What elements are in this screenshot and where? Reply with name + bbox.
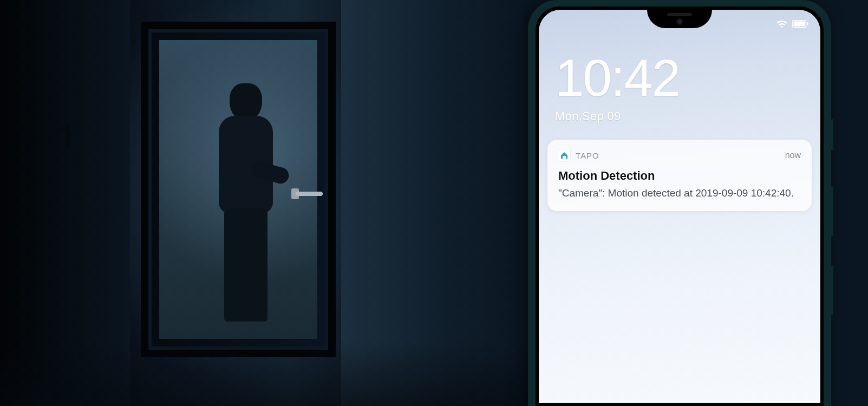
floor-shadow [0,341,528,406]
lockscreen-clock: 10:42 Mon,Sep 09 [555,52,680,123]
phone-speaker [667,13,692,16]
battery-icon [792,20,808,28]
left-door-handle [65,125,70,146]
door-frame [141,22,336,357]
notification-card[interactable]: TAPO now Motion Detection "Camera": Moti… [547,140,812,211]
lockscreen-time: 10:42 [555,52,680,104]
notification-app-name: TAPO [576,151,599,160]
status-bar [776,19,808,28]
lockscreen-date: Mon,Sep 09 [555,109,680,123]
svg-rect-3 [563,156,566,159]
notification-title: Motion Detection [558,169,801,183]
phone-front-camera [676,18,683,25]
phone-frame: 10:42 Mon,Sep 09 TAPO now Motion Detecti… [528,0,831,406]
phone-side-button [831,119,833,150]
notification-timestamp: now [785,150,801,160]
intruder-silhouette [181,73,278,322]
phone-screen: 10:42 Mon,Sep 09 TAPO now Motion Detecti… [539,10,820,403]
phone-notch [647,10,712,28]
svg-rect-2 [807,22,808,25]
tapo-app-icon [558,149,570,161]
wifi-icon [776,19,788,28]
phone-bezel: 10:42 Mon,Sep 09 TAPO now Motion Detecti… [536,6,824,406]
svg-rect-1 [794,22,805,27]
notification-body: "Camera": Motion detected at 2019-09-09 … [558,186,801,200]
phone-volume-down [831,265,833,315]
door-handle [296,192,323,196]
door-glass [159,40,317,339]
background-scene [0,0,528,406]
notification-header: TAPO now [558,149,801,161]
phone-volume-up [831,186,833,236]
